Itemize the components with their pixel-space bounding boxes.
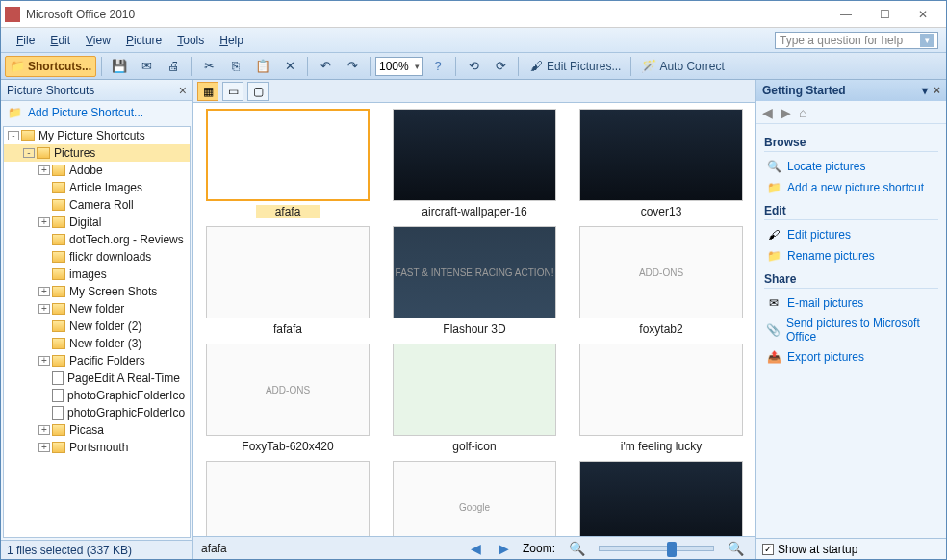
- tree-item[interactable]: images: [4, 266, 190, 283]
- gs-dropdown-icon[interactable]: ▾: [922, 84, 928, 97]
- paste-button[interactable]: 📋: [250, 56, 275, 77]
- expand-icon[interactable]: +: [38, 356, 50, 366]
- thumbnail[interactable]: aircraft-wallpaper-16: [386, 109, 563, 218]
- tree-item-label: photoGraphicFolderIco: [67, 389, 185, 402]
- zoom-in-button[interactable]: 🔍: [724, 541, 748, 556]
- thumbnail[interactable]: ADD-ONSfoxytab2: [573, 226, 750, 336]
- expand-icon[interactable]: +: [38, 304, 50, 314]
- menu-tools[interactable]: Tools: [169, 32, 212, 49]
- add-picture-shortcut-link[interactable]: Add Picture Shortcut...: [28, 106, 143, 119]
- tree-item[interactable]: flickr downloads: [4, 248, 190, 266]
- section-share: Share: [764, 272, 938, 289]
- expand-icon[interactable]: +: [38, 217, 50, 227]
- separator: [518, 57, 519, 76]
- help-dropdown-icon[interactable]: ▾: [920, 34, 934, 47]
- delete-button[interactable]: ✕: [277, 56, 302, 77]
- prev-button[interactable]: ◀: [467, 541, 485, 556]
- tree-item-label: Pacific Folders: [69, 354, 145, 368]
- tree-item[interactable]: +Adobe: [4, 162, 190, 179]
- zoom-combo[interactable]: 100%▾: [375, 57, 423, 76]
- thumbnail[interactable]: ADD-ONSFoxyTab-620x420: [199, 344, 376, 453]
- tree-item[interactable]: +Digital: [4, 214, 190, 231]
- tree-item[interactable]: +Picasa: [4, 421, 190, 439]
- tree-item[interactable]: Article Images: [4, 179, 190, 196]
- shortcuts-button[interactable]: 📁 Shortcuts...: [5, 56, 96, 77]
- thumbnail[interactable]: FAST & INTENSE RACING ACTION!Flashour 3D: [386, 226, 563, 336]
- collapse-icon[interactable]: -: [8, 131, 19, 140]
- email-pictures-link[interactable]: E-mail pictures: [787, 296, 863, 310]
- home-icon[interactable]: ⌂: [799, 105, 806, 120]
- rename-pictures-link[interactable]: Rename pictures: [787, 249, 875, 263]
- thumbnail-view-button[interactable]: ▦: [197, 82, 218, 101]
- tree-item[interactable]: photoGraphicFolderIco: [4, 387, 190, 404]
- tree-item[interactable]: +New folder: [4, 300, 190, 318]
- menu-file[interactable]: File: [9, 32, 42, 49]
- thumbnail[interactable]: afafa: [199, 109, 376, 218]
- tree-spacer: [38, 321, 50, 331]
- pane-close-icon[interactable]: ×: [179, 83, 187, 98]
- menu-help[interactable]: Help: [212, 32, 251, 49]
- auto-correct-button[interactable]: 🪄 Auto Correct: [636, 56, 729, 77]
- tree-item[interactable]: Camera Roll: [4, 196, 190, 214]
- collapse-icon[interactable]: -: [23, 148, 35, 158]
- export-pictures-link[interactable]: Export pictures: [787, 350, 864, 364]
- print-button[interactable]: 🖨: [161, 56, 186, 77]
- thumbnail-image: [206, 226, 370, 318]
- forward-icon[interactable]: ▶: [781, 105, 791, 120]
- add-shortcut-link[interactable]: Add a new picture shortcut: [787, 181, 924, 194]
- locate-pictures-link[interactable]: Locate pictures: [787, 160, 865, 173]
- thumbnail[interactable]: [573, 461, 750, 536]
- tree-item[interactable]: -Pictures: [4, 144, 190, 162]
- show-startup-checkbox[interactable]: ✓: [762, 544, 774, 555]
- help-button[interactable]: ?: [425, 56, 450, 77]
- tree-item[interactable]: +My Screen Shots: [4, 283, 190, 300]
- undo-button[interactable]: ↶: [313, 56, 338, 77]
- mail-button[interactable]: ✉: [134, 56, 159, 77]
- next-button[interactable]: ▶: [495, 541, 513, 556]
- rotate-right-button[interactable]: ⟳: [488, 56, 513, 77]
- back-icon[interactable]: ◀: [762, 105, 773, 120]
- save-button[interactable]: 💾: [107, 56, 132, 77]
- thumbnail[interactable]: [199, 461, 376, 536]
- thumbnail[interactable]: fafafa: [199, 226, 376, 336]
- tree-item[interactable]: -My Picture Shortcuts: [4, 127, 190, 144]
- tree-item[interactable]: +Portsmouth: [4, 439, 190, 456]
- zoom-slider[interactable]: [599, 546, 714, 551]
- expand-icon[interactable]: +: [38, 443, 50, 452]
- menu-view[interactable]: View: [78, 32, 118, 49]
- thumbnail[interactable]: golf-icon: [386, 344, 563, 453]
- folder-icon: [52, 303, 65, 315]
- copy-button[interactable]: ⎘: [223, 56, 248, 77]
- edit-pictures-link[interactable]: Edit pictures: [787, 228, 851, 242]
- menu-edit[interactable]: Edit: [42, 32, 78, 49]
- cut-button[interactable]: ✂: [196, 56, 221, 77]
- single-view-button[interactable]: ▢: [247, 82, 269, 101]
- thumbnail[interactable]: Google: [386, 461, 563, 536]
- tree-item[interactable]: +Pacific Folders: [4, 352, 190, 369]
- folder-tree[interactable]: -My Picture Shortcuts-Pictures+AdobeArti…: [3, 126, 191, 538]
- expand-icon[interactable]: +: [38, 287, 50, 296]
- expand-icon[interactable]: +: [38, 165, 50, 175]
- gs-close-icon[interactable]: ×: [934, 84, 940, 97]
- tree-item[interactable]: New folder (2): [4, 318, 190, 335]
- redo-button[interactable]: ↷: [340, 56, 365, 77]
- zoom-out-button[interactable]: 🔍: [565, 541, 589, 556]
- help-search-input[interactable]: Type a question for help ▾: [775, 32, 938, 49]
- close-button[interactable]: ✕: [904, 3, 942, 26]
- tree-item[interactable]: photoGraphicFolderIco: [4, 404, 190, 421]
- edit-pictures-button[interactable]: 🖌 Edit Pictures...: [524, 56, 626, 77]
- tree-item[interactable]: New folder (3): [4, 335, 190, 352]
- rotate-left-button[interactable]: ⟲: [461, 56, 486, 77]
- tree-spacer: [38, 269, 50, 279]
- tree-item[interactable]: dotTech.org - Reviews: [4, 231, 190, 248]
- thumbnail[interactable]: i'm feeling lucky: [573, 344, 750, 453]
- maximize-button[interactable]: ☐: [865, 3, 904, 26]
- send-office-link[interactable]: Send pictures to Microsoft Office: [786, 317, 938, 344]
- menu-picture[interactable]: Picture: [118, 32, 169, 49]
- folder-icon: [52, 165, 65, 176]
- tree-item[interactable]: PageEdit A Real-Time: [4, 369, 190, 387]
- filmstrip-view-button[interactable]: ▭: [222, 82, 243, 101]
- expand-icon[interactable]: +: [38, 425, 50, 435]
- minimize-button[interactable]: —: [827, 3, 865, 26]
- thumbnail[interactable]: cover13: [573, 109, 750, 218]
